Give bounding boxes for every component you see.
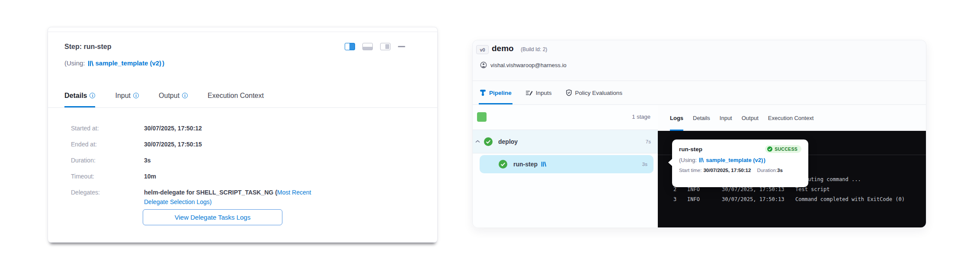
log-timestamp: 30/07/2025, 17:50:13	[722, 195, 795, 204]
bottom-view-icon[interactable]	[362, 43, 373, 50]
tab-details-label: Details	[64, 92, 87, 100]
step-name: run-step	[513, 161, 538, 168]
step-title: Step: run-step	[64, 42, 111, 52]
template-link-label: sample_template (v2)	[96, 58, 162, 68]
tooltip-title-row: run-step SUCCESS	[679, 145, 801, 153]
template-icon	[88, 60, 93, 67]
tab-details[interactable]: Details	[64, 84, 95, 107]
log-message: Test script	[795, 186, 829, 192]
log-tab-output[interactable]: Output	[742, 105, 759, 131]
tooltip-step-name: run-step	[679, 146, 702, 152]
pipeline-name: demo	[492, 44, 514, 53]
tooltip-meta-line: Start time:30/07/2025, 17:50:12 Duration…	[679, 168, 801, 173]
tab-inputs[interactable]: Inputs	[525, 81, 553, 104]
step-detail-rows: Started at: 30/07/2025, 17:50:12 Ended a…	[71, 123, 417, 213]
using-template-line: (Using: sample_template (v2) )	[64, 58, 164, 68]
execution-body: 1 stage deploy 7s run-step	[473, 105, 926, 227]
start-time-value: 30/07/2025, 17:50:12	[703, 168, 751, 173]
row-label: Timeout:	[71, 172, 144, 181]
tab-inputs-label: Inputs	[536, 90, 552, 96]
status-badge-label: SUCCESS	[775, 146, 797, 152]
stage-count: 1 stage	[632, 114, 650, 120]
info-icon[interactable]	[90, 93, 95, 98]
split-view-icon[interactable]	[345, 43, 355, 50]
chevron-up-icon[interactable]	[475, 140, 480, 143]
screenshot-canvas: Step: run-step (Using: sample_template (…	[0, 0, 980, 279]
step-details-panel: Step: run-step (Using: sample_template (…	[48, 27, 438, 243]
delegates-suffix: )	[210, 198, 212, 205]
inputs-icon	[525, 90, 533, 96]
success-check-icon	[499, 160, 507, 169]
row-value: 30/07/2025, 17:50:12	[144, 123, 330, 133]
step-detail-tabs: Details Input Output Execution Context	[48, 84, 437, 108]
using-prefix: (Using:	[64, 58, 85, 68]
detail-row-duration: Duration: 3s	[71, 156, 417, 165]
tab-pipeline-label: Pipeline	[489, 90, 512, 96]
tab-execution-context[interactable]: Execution Context	[208, 84, 264, 107]
minimize-icon[interactable]	[398, 46, 405, 47]
log-message: Command completed with ExitCode (0)	[795, 196, 905, 202]
execution-header: v0 demo (Build Id: 2) vishal.vishwaroop@…	[473, 40, 926, 81]
row-label: Delegates:	[71, 188, 144, 207]
row-label: Ended at:	[71, 140, 144, 149]
log-tab-output-label: Output	[742, 115, 759, 121]
step-duration: 3s	[642, 162, 647, 167]
panel-view-controls	[345, 43, 405, 50]
row-value: 10m	[144, 172, 330, 181]
panel-top-strip	[48, 27, 437, 32]
template-icon	[541, 161, 546, 167]
log-line-number: 3	[673, 195, 687, 204]
row-label: Started at:	[71, 123, 144, 133]
step-row-run-step[interactable]: run-step 3s	[480, 155, 653, 173]
execution-tabs: Pipeline Inputs Policy Evaluations	[473, 81, 926, 105]
using-suffix: )	[763, 157, 765, 163]
using-prefix: (Using:	[679, 157, 697, 163]
detail-row-delegates: Delegates: helm-delegate for SHELL_SCRIP…	[71, 188, 417, 207]
tab-policy-evaluations[interactable]: Policy Evaluations	[565, 81, 624, 104]
log-tab-logs[interactable]: Logs	[670, 105, 683, 131]
log-line: 3INFO30/07/2025, 17:50:13Command complet…	[673, 195, 905, 204]
user-email: vishal.vishwaroop@harness.io	[490, 62, 567, 68]
log-tab-input[interactable]: Input	[720, 105, 732, 131]
log-tab-logs-label: Logs	[670, 115, 683, 121]
tooltip-using-line: (Using: sample_template (v2) )	[679, 157, 801, 163]
template-icon	[699, 157, 704, 163]
start-time-label: Start time:	[679, 168, 701, 173]
stage-duration: 7s	[646, 139, 651, 144]
log-tab-execution-context-label: Execution Context	[768, 115, 814, 121]
log-tab-details-label: Details	[693, 115, 710, 121]
view-delegate-tasks-logs-button[interactable]: View Delegate Tasks Logs	[143, 209, 282, 225]
row-value: 30/07/2025, 17:50:15	[144, 140, 330, 149]
tab-output-label: Output	[159, 92, 179, 100]
duration-value: 3s	[777, 168, 783, 173]
pipeline-icon	[480, 89, 486, 96]
step-zone: run-step 3s	[473, 153, 658, 179]
detail-row-started: Started at: 30/07/2025, 17:50:12	[71, 123, 417, 133]
success-check-icon	[484, 137, 493, 146]
tab-output[interactable]: Output	[159, 84, 188, 107]
shield-check-icon	[566, 89, 572, 96]
tab-pipeline[interactable]: Pipeline	[479, 81, 512, 104]
stage-summary-row: 1 stage	[473, 105, 658, 130]
log-tab-execution-context[interactable]: Execution Context	[768, 105, 814, 131]
right-view-inner	[385, 44, 389, 49]
status-badge: SUCCESS	[765, 145, 801, 153]
template-link[interactable]: sample_template (v2)	[88, 58, 162, 68]
success-check-icon	[767, 146, 772, 152]
row-value: 3s	[144, 156, 330, 165]
stage-row-deploy[interactable]: deploy 7s	[473, 130, 658, 153]
delegates-text: helm-delegate for SHELL_SCRIPT_TASK_NG (	[144, 189, 277, 196]
tab-input[interactable]: Input	[115, 84, 139, 107]
log-tab-input-label: Input	[720, 115, 732, 121]
step-hover-tooltip: run-step SUCCESS (Using: sample_template…	[672, 140, 808, 187]
duration-label: Duration:	[757, 168, 777, 173]
template-link[interactable]: sample_template (v2)	[699, 157, 763, 163]
tab-policy-evaluations-label: Policy Evaluations	[575, 90, 623, 96]
row-label: Duration:	[71, 156, 144, 165]
info-icon[interactable]	[182, 93, 188, 98]
log-tab-details[interactable]: Details	[693, 105, 710, 131]
stage-tree-column: 1 stage deploy 7s run-step	[473, 105, 658, 227]
detail-row-timeout: Timeout: 10m	[71, 172, 417, 181]
info-icon[interactable]	[133, 93, 139, 98]
right-view-icon[interactable]	[380, 43, 391, 50]
